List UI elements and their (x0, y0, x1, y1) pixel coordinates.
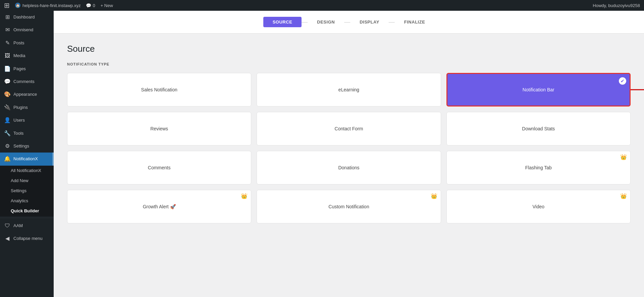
omnisend-icon: ✉ (4, 26, 11, 34)
crown-icon-custom: 👑 (431, 193, 437, 199)
comments-link[interactable]: 💬 0 (86, 3, 95, 8)
step-tabs: SOURCE — DESIGN — DISPLAY — FINALIZE (54, 11, 644, 34)
card-reviews[interactable]: Reviews (67, 112, 251, 145)
card-elearning[interactable]: eLearning (257, 73, 441, 107)
submenu-add-new[interactable]: Add New (0, 176, 54, 186)
user-info: Howdy, buduzoyivu9258 (593, 3, 640, 8)
crown-icon-growth: 👑 (241, 193, 248, 199)
notification-bar-wrapper: Notification Bar ✔ (446, 73, 631, 107)
card-label-elearning: eLearning (332, 80, 366, 99)
new-link[interactable]: + New (101, 3, 113, 8)
submenu-analytics[interactable]: Analytics (0, 196, 54, 206)
card-label-sales-notification: Sales Notification (135, 80, 184, 99)
sidebar-label-settings: Settings (13, 143, 50, 149)
plugins-icon: 🔌 (4, 104, 11, 111)
check-icon: ✔ (619, 77, 626, 85)
posts-icon: ✎ (4, 39, 11, 47)
sidebar-label-appearance: Appearance (13, 91, 50, 97)
card-comments[interactable]: Comments (67, 151, 251, 184)
notificationx-icon: 🔔 (4, 155, 11, 163)
card-label-donations: Donations (331, 158, 366, 177)
tab-divider-3: — (389, 18, 395, 26)
admin-bar: ⊞ 🏠 helpless-hare-finit.instawp.xyz 💬 0 … (0, 0, 644, 11)
sidebar-label-collapse: Collapse menu (13, 236, 50, 242)
notificationx-submenu: All NotificationX Add New Settings Analy… (0, 166, 54, 216)
card-video[interactable]: 👑 Video (446, 190, 631, 223)
sidebar-item-users[interactable]: 👤 Users (0, 114, 54, 127)
sidebar-label-pages: Pages (13, 66, 50, 72)
sidebar-item-media[interactable]: 🖼 Media (0, 49, 54, 62)
tab-divider-2: — (344, 18, 350, 26)
card-sales-notification[interactable]: Sales Notification (67, 73, 251, 107)
site-url[interactable]: helpless-hare-finit.instawp.xyz (22, 3, 80, 8)
tab-design[interactable]: DESIGN (308, 17, 344, 27)
sidebar-item-pages[interactable]: 📄 Pages (0, 62, 54, 75)
sidebar-item-tools[interactable]: 🔧 Tools (0, 127, 54, 140)
pages-icon: 📄 (4, 65, 11, 73)
card-notification-bar[interactable]: Notification Bar ✔ (446, 73, 631, 107)
sidebar-item-aam[interactable]: 🛡 AAM (0, 219, 54, 232)
sidebar-item-plugins[interactable]: 🔌 Plugins (0, 101, 54, 114)
wp-logo-icon[interactable]: ⊞ (4, 1, 10, 9)
submenu-label-all: All NotificationX (11, 168, 50, 174)
sidebar-item-posts[interactable]: ✎ Posts (0, 37, 54, 49)
sidebar-item-settings[interactable]: ⚙ Settings (0, 140, 54, 153)
card-label-reviews: Reviews (144, 119, 175, 138)
sidebar-item-dashboard[interactable]: ⊞ Dashboard (0, 11, 54, 24)
site-icon: 🏠 (15, 3, 20, 8)
card-flashing-tab[interactable]: 👑 Flashing Tab (446, 151, 631, 184)
sidebar-label-tools: Tools (13, 130, 50, 136)
crown-icon-flashing: 👑 (620, 154, 627, 160)
card-label-video: Video (526, 197, 551, 216)
sidebar-item-collapse[interactable]: ◀ Collapse menu (0, 232, 54, 245)
card-donations[interactable]: Donations (257, 151, 441, 184)
sidebar-item-omnisend[interactable]: ✉ Omnisend (0, 24, 54, 36)
sidebar-label-dashboard: Dashboard (13, 14, 50, 20)
card-label-growth-alert: Growth Alert 🚀 (136, 197, 182, 216)
aam-icon: 🛡 (4, 222, 11, 229)
page-content: Source NOTIFICATION TYPE Sales Notificat… (54, 34, 644, 297)
comment-icon: 💬 (86, 3, 91, 8)
sidebar-item-appearance[interactable]: 🎨 Appearance (0, 88, 54, 101)
card-download-stats[interactable]: Download Stats (446, 112, 631, 145)
tab-source[interactable]: SOURCE (263, 17, 302, 27)
page-title: Source (67, 44, 631, 54)
sidebar-label-omnisend: Omnisend (13, 27, 50, 33)
sidebar-item-notificationx[interactable]: 🔔 NotificationX (0, 153, 54, 165)
comments-count: 0 (93, 3, 95, 8)
crown-icon-video: 👑 (620, 193, 627, 199)
card-growth-alert[interactable]: 👑 Growth Alert 🚀 (67, 190, 251, 223)
sidebar-label-posts: Posts (13, 40, 50, 46)
submenu-settings[interactable]: Settings (0, 186, 54, 196)
submenu-all-notificationx[interactable]: All NotificationX (0, 166, 54, 176)
submenu-quick-builder[interactable]: Quick Builder (0, 206, 54, 216)
comments-sidebar-icon: 💬 (4, 78, 11, 85)
submenu-label-quick-builder: Quick Builder (11, 208, 50, 214)
card-contact-form[interactable]: Contact Form (257, 112, 441, 145)
tab-display-label: DISPLAY (360, 19, 379, 25)
card-custom-notification[interactable]: 👑 Custom Notification (257, 190, 441, 223)
settings-icon: ⚙ (4, 142, 11, 150)
sidebar-label-notificationx: NotificationX (13, 156, 50, 162)
dashboard-icon: ⊞ (4, 13, 11, 21)
new-label: + New (101, 3, 113, 8)
arrow-indicator (631, 86, 644, 94)
sidebar-label-media: Media (13, 53, 50, 59)
collapse-icon: ◀ (4, 235, 11, 242)
site-name[interactable]: 🏠 helpless-hare-finit.instawp.xyz (15, 3, 80, 8)
submenu-label-add-new: Add New (11, 178, 50, 184)
content-area: SOURCE — DESIGN — DISPLAY — FINALIZE Sou… (54, 11, 644, 297)
sidebar-label-users: Users (13, 117, 50, 123)
users-icon: 👤 (4, 117, 11, 124)
media-icon: 🖼 (4, 52, 11, 59)
tab-design-label: DESIGN (317, 19, 335, 25)
sidebar-item-comments[interactable]: 💬 Comments (0, 75, 54, 88)
card-label-flashing-tab: Flashing Tab (519, 158, 558, 177)
section-label: NOTIFICATION TYPE (67, 62, 631, 66)
tab-finalize-label: FINALIZE (404, 19, 425, 25)
notification-grid: Sales Notification eLearning Notificatio… (67, 73, 631, 223)
tab-divider-1: — (302, 18, 308, 26)
tab-finalize[interactable]: FINALIZE (395, 17, 435, 27)
tab-display[interactable]: DISPLAY (350, 17, 389, 27)
submenu-label-analytics: Analytics (11, 198, 50, 204)
